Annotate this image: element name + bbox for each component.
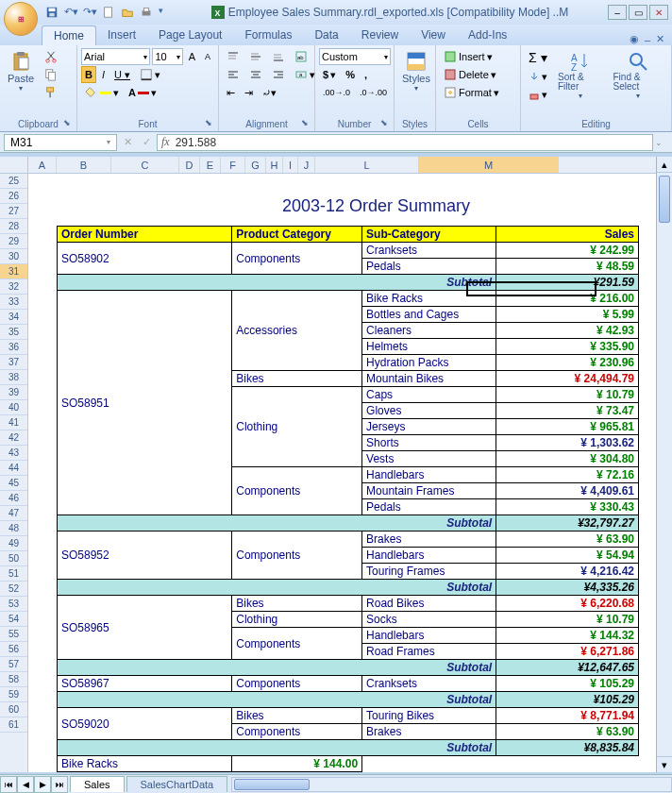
row-header-41[interactable]: 41 [0,415,27,430]
redo-icon[interactable]: ↷▾ [83,6,96,19]
comma-button[interactable]: , [361,66,371,83]
row-header-52[interactable]: 52 [0,582,27,597]
worksheet[interactable]: ABCDEFGHIJLM 252627282930313233343536373… [0,157,672,772]
sheet-tab-sales[interactable]: Sales [70,776,125,792]
minimize-ribbon-icon[interactable]: – [645,34,650,45]
scroll-down-icon[interactable]: ▾ [657,756,672,772]
row-header-39[interactable]: 39 [0,385,27,400]
enter-formula-icon[interactable]: ✓ [138,136,155,148]
next-sheet-button[interactable]: ▶ [34,776,51,793]
format-painter-button[interactable] [41,84,61,101]
delete-cells-button[interactable]: Delete ▾ [440,66,516,83]
align-center-button[interactable] [245,66,266,83]
row-header-43[interactable]: 43 [0,446,27,461]
decrease-decimal-button[interactable]: .0→.00 [356,84,391,101]
expand-formula-icon[interactable]: ⌄ [655,138,668,147]
help-icon[interactable]: ◉ [630,33,639,45]
mdi-close-icon[interactable]: ✕ [656,33,664,45]
row-header-34[interactable]: 34 [0,310,27,325]
row-header-28[interactable]: 28 [0,219,27,234]
select-all-corner[interactable] [0,157,28,174]
tab-page-layout[interactable]: Page Layout [147,25,233,45]
row-header-40[interactable]: 40 [0,400,27,415]
clear-button[interactable]: ▾ [525,86,551,103]
save-icon[interactable] [45,6,59,19]
vertical-scrollbar[interactable]: ▴ ▾ [656,157,672,772]
align-top-button[interactable] [223,48,244,65]
col-header-M[interactable]: M [419,157,559,173]
row-header-32[interactable]: 32 [0,279,27,295]
increase-indent-button[interactable]: ⇥ [241,84,257,101]
row-header-26[interactable]: 26 [0,189,27,204]
row-header-45[interactable]: 45 [0,476,27,491]
horizontal-scrollbar[interactable] [231,777,672,792]
col-header-I[interactable]: I [283,157,298,173]
underline-button[interactable]: U ▾ [110,66,134,83]
align-bottom-button[interactable] [268,48,289,65]
fill-color-button[interactable]: ▾ [81,84,123,101]
tab-insert[interactable]: Insert [96,25,147,45]
scroll-up-icon[interactable]: ▴ [657,157,672,173]
maximize-button[interactable]: ▭ [629,5,647,20]
row-header-25[interactable]: 25 [0,174,27,189]
close-button[interactable]: ✕ [649,5,668,20]
wrap-text-button[interactable]: ab [291,48,311,65]
row-headers[interactable]: 2526272829303132333435363738394041424344… [0,174,28,772]
new-icon[interactable] [102,6,115,19]
row-header-33[interactable]: 33 [0,295,27,310]
sort-filter-button[interactable]: AZ Sort & Filter▾ [554,48,607,118]
row-header-54[interactable]: 54 [0,612,27,627]
row-header-51[interactable]: 51 [0,566,27,582]
row-header-49[interactable]: 49 [0,536,27,551]
currency-button[interactable]: $▾ [319,66,340,83]
tab-review[interactable]: Review [350,25,410,45]
fill-button[interactable]: ▾ [525,68,551,85]
row-header-44[interactable]: 44 [0,461,27,476]
row-header-37[interactable]: 37 [0,355,27,370]
col-header-B[interactable]: B [57,157,111,173]
row-header-48[interactable]: 48 [0,521,27,536]
bold-button[interactable]: B [81,66,96,83]
align-middle-button[interactable] [245,48,266,65]
paste-button[interactable]: Paste ▾ [4,48,38,118]
col-header-A[interactable]: A [28,157,57,173]
open-icon[interactable] [121,6,134,19]
col-header-H[interactable]: H [266,157,283,173]
font-size-input[interactable]: 10▾ [152,48,182,65]
sheet-tab-saleschartdata[interactable]: SalesChartData [126,776,228,792]
name-box[interactable]: M31▾ [4,134,117,151]
row-header-36[interactable]: 36 [0,340,27,355]
percent-button[interactable]: % [342,66,359,83]
tab-formulas[interactable]: Formulas [233,25,303,45]
clipboard-launcher[interactable]: ⬊ [63,118,71,127]
tab-home[interactable]: Home [42,25,96,45]
cancel-formula-icon[interactable]: ✕ [119,136,136,148]
row-header-31[interactable]: 31 [0,264,27,279]
row-header-59[interactable]: 59 [0,687,27,702]
font-launcher[interactable]: ⬊ [205,118,212,127]
cut-button[interactable] [41,48,61,65]
col-header-D[interactable]: D [179,157,200,173]
col-header-G[interactable]: G [245,157,266,173]
undo-icon[interactable]: ↶▾ [64,6,77,19]
col-header-F[interactable]: F [221,157,245,173]
row-header-61[interactable]: 61 [0,717,27,733]
col-header-J[interactable]: J [298,157,315,173]
print-icon[interactable] [140,6,153,19]
minimize-button[interactable]: – [608,5,627,20]
tab-view[interactable]: View [410,25,457,45]
prev-sheet-button[interactable]: ◀ [17,776,34,793]
border-button[interactable]: ▾ [136,66,164,83]
autosum-button[interactable]: Σ ▾ [525,48,551,67]
find-select-button[interactable]: Find & Select▾ [610,48,668,118]
row-header-42[interactable]: 42 [0,430,27,446]
font-name-input[interactable]: Arial▾ [81,48,150,65]
row-header-50[interactable]: 50 [0,551,27,566]
font-color-button[interactable]: A▾ [125,84,160,101]
decrease-indent-button[interactable]: ⇤ [223,84,239,101]
column-headers[interactable]: ABCDEFGHIJLM [28,157,656,174]
row-header-29[interactable]: 29 [0,234,27,249]
row-header-47[interactable]: 47 [0,506,27,521]
col-header-E[interactable]: E [200,157,221,173]
alignment-launcher[interactable]: ⬊ [301,118,309,127]
